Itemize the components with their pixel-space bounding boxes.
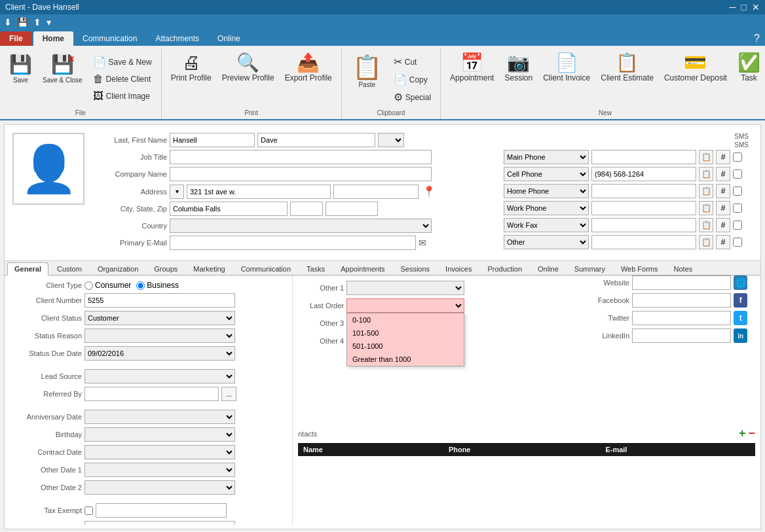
work-phone-select[interactable]: Work Phone <box>504 201 589 215</box>
cell-phone-calc-icon[interactable]: # <box>716 167 730 181</box>
quick-save-icon[interactable]: 💾 <box>16 16 29 29</box>
save-new-button[interactable]: 📄 Save & New <box>89 54 156 70</box>
tab-communication[interactable]: Communication <box>73 31 146 46</box>
export-profile-button[interactable]: 📤 Export Profile <box>281 51 336 85</box>
contacts-remove-button[interactable]: − <box>748 427 755 440</box>
tab-general[interactable]: General <box>7 262 48 275</box>
tab-marketing[interactable]: Marketing <box>186 262 232 275</box>
close-btn[interactable]: ✕ <box>752 3 760 12</box>
status-due-date-select[interactable]: 09/02/2016 <box>84 346 235 361</box>
company-name-input[interactable] <box>170 167 432 181</box>
facebook-icon[interactable]: f <box>734 293 747 308</box>
state-input[interactable] <box>290 202 323 216</box>
tab-summary[interactable]: Summary <box>567 262 612 275</box>
tab-tasks[interactable]: Tasks <box>299 262 332 275</box>
paste-button[interactable]: 📋 Paste <box>347 51 387 91</box>
tax-exempt-checkbox[interactable] <box>84 506 93 515</box>
work-fax-input[interactable] <box>591 218 696 232</box>
contacts-add-button[interactable]: + <box>739 427 746 440</box>
tab-online[interactable]: Online <box>208 31 250 46</box>
lead-source-select[interactable] <box>84 369 235 383</box>
tab-home[interactable]: Home <box>33 31 73 46</box>
contract-date-select[interactable] <box>84 445 235 459</box>
tab-file[interactable]: File <box>0 31 32 46</box>
appointment-button[interactable]: 📅 Appointment <box>446 51 498 85</box>
help-button[interactable]: ? <box>749 31 765 46</box>
tab-communication[interactable]: Communication <box>234 262 298 275</box>
maximize-btn[interactable]: □ <box>741 3 747 12</box>
work-fax-copy-icon[interactable]: 📋 <box>699 218 713 232</box>
name-suffix-select[interactable] <box>378 133 404 147</box>
main-phone-input[interactable] <box>591 150 696 164</box>
task-button[interactable]: ✅ Task <box>734 51 764 85</box>
home-phone-input[interactable] <box>591 184 696 198</box>
save-button[interactable]: 💾 Save <box>5 51 36 86</box>
home-phone-sms[interactable] <box>733 186 742 196</box>
other-phone-select[interactable]: Other <box>504 235 589 249</box>
tab-custom[interactable]: Custom <box>50 262 89 275</box>
email-icon[interactable]: ✉ <box>419 238 426 248</box>
cell-phone-input[interactable] <box>591 167 696 181</box>
facebook-input[interactable] <box>632 293 731 308</box>
main-phone-sms[interactable] <box>733 152 742 162</box>
client-estimate-button[interactable]: 📋 Client Estimate <box>597 51 658 85</box>
home-phone-calc-icon[interactable]: # <box>716 184 730 198</box>
home-phone-select[interactable]: Home Phone <box>504 184 589 198</box>
last-order-select[interactable] <box>346 298 464 313</box>
special-button[interactable]: ⚙ Special <box>390 89 435 105</box>
first-name-input[interactable] <box>257 133 375 147</box>
call-warning-input[interactable] <box>84 521 235 525</box>
tab-webforms[interactable]: Web Forms <box>614 262 665 275</box>
referred-by-input[interactable] <box>84 387 219 401</box>
quick-dropdown-icon[interactable]: ▾ <box>45 16 52 29</box>
tab-groups[interactable]: Groups <box>147 262 185 275</box>
country-select[interactable] <box>170 219 432 233</box>
work-phone-copy-icon[interactable]: 📋 <box>699 201 713 215</box>
other-phone-input[interactable] <box>591 235 696 249</box>
work-phone-calc-icon[interactable]: # <box>716 201 730 215</box>
other-phone-copy-icon[interactable]: 📋 <box>699 235 713 249</box>
cell-phone-sms[interactable] <box>733 169 742 179</box>
main-phone-calc-icon[interactable]: # <box>716 150 730 164</box>
last-name-input[interactable] <box>170 133 255 147</box>
dropdown-item-101-500[interactable]: 101-500 <box>347 327 464 340</box>
city-input[interactable] <box>170 202 288 216</box>
session-button[interactable]: 📷 Session <box>500 51 536 85</box>
consumer-radio[interactable] <box>84 281 93 290</box>
save-close-button[interactable]: 💾✕ Save & Close <box>39 51 86 86</box>
website-input[interactable] <box>632 275 731 290</box>
minimize-btn[interactable]: ─ <box>730 3 736 12</box>
linkedin-input[interactable] <box>632 328 731 343</box>
tab-invoices[interactable]: Invoices <box>438 262 479 275</box>
twitter-input[interactable] <box>632 311 731 325</box>
work-phone-sms[interactable] <box>733 204 742 213</box>
cell-phone-select[interactable]: Cell Phone <box>504 167 589 181</box>
other-date2-select[interactable] <box>84 480 235 495</box>
business-radio[interactable] <box>136 281 145 290</box>
linkedin-icon[interactable]: in <box>734 328 747 343</box>
client-status-select[interactable]: Customer <box>84 311 235 325</box>
tab-sessions[interactable]: Sessions <box>393 262 437 275</box>
customer-deposit-button[interactable]: 💳 Customer Deposit <box>660 51 731 85</box>
preview-profile-button[interactable]: 🔍 Preview Profile <box>218 51 278 85</box>
main-phone-copy-icon[interactable]: 📋 <box>699 150 713 164</box>
website-icon[interactable]: 🌐 <box>734 275 747 290</box>
work-fax-sms[interactable] <box>733 221 742 230</box>
birthday-select[interactable] <box>84 427 235 442</box>
job-title-input[interactable] <box>170 150 432 164</box>
cell-phone-copy-icon[interactable]: 📋 <box>699 167 713 181</box>
client-image-button[interactable]: 🖼 Client Image <box>89 88 156 104</box>
cut-button[interactable]: ✂ Cut <box>390 54 435 70</box>
status-reason-select[interactable] <box>84 328 235 343</box>
other-date1-select[interactable] <box>84 463 235 477</box>
tab-organization[interactable]: Organization <box>90 262 145 275</box>
zip-input[interactable] <box>326 202 378 216</box>
client-number-input[interactable] <box>84 293 235 308</box>
copy-button[interactable]: 📄 Copy <box>390 71 435 88</box>
main-phone-select[interactable]: Main Phone <box>504 150 589 164</box>
other1-select[interactable] <box>346 281 464 295</box>
tab-production[interactable]: Production <box>480 262 529 275</box>
map-icon[interactable]: 📍 <box>421 184 437 199</box>
quick-up-icon[interactable]: ⬆ <box>32 16 43 29</box>
tax-exempt-input[interactable] <box>96 503 227 518</box>
